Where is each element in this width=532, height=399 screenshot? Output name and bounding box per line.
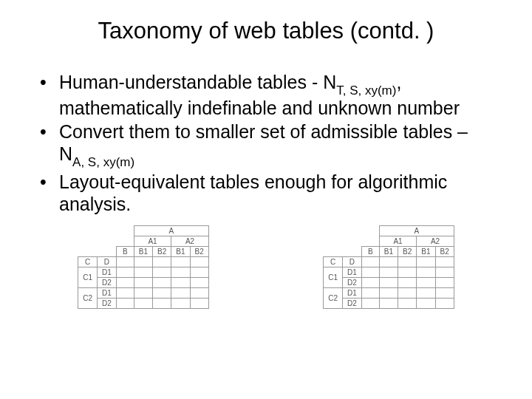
r-head-B1a: B1 — [379, 246, 398, 256]
l-head-B1a: B1 — [134, 246, 152, 256]
l-D1b: D1 — [98, 287, 117, 298]
bullet-2-sub: A, S, xy(m) — [72, 155, 134, 169]
r-D1a: D1 — [343, 267, 362, 277]
l-head-B1b: B1 — [171, 246, 190, 256]
l-side-D: D — [98, 256, 117, 267]
figure-right: A A1 A2 B B1 B2 B1 B2 C D C1 — [281, 225, 497, 309]
l-D2a: D2 — [98, 277, 117, 287]
r-head-A2: A2 — [417, 236, 454, 246]
bullet-1-sub: T, S, xy(m) — [336, 83, 396, 98]
l-head-A1: A1 — [134, 236, 171, 246]
r-side-D: D — [343, 256, 362, 267]
r-D2b: D2 — [343, 298, 362, 308]
r-side-C: C — [324, 256, 343, 267]
l-side-C: C — [78, 256, 98, 267]
r-D1b: D1 — [343, 287, 362, 298]
r-D2a: D2 — [343, 277, 362, 287]
r-head-B: B — [361, 246, 379, 256]
l-C1: C1 — [78, 267, 98, 287]
l-head-A2: A2 — [171, 236, 208, 246]
bullet-list: Human-understandable tables - NT, S, xy(… — [40, 71, 497, 215]
r-head-B2b: B2 — [435, 246, 454, 256]
l-head-B2a: B2 — [153, 246, 171, 256]
table-right: A A1 A2 B B1 B2 B1 B2 C D C1 — [323, 225, 454, 309]
r-head-A: A — [379, 225, 454, 236]
table-left: A A1 A2 B B1 B2 B1 B2 C D C1 — [78, 225, 209, 309]
l-C2: C2 — [78, 287, 98, 308]
r-head-B2a: B2 — [398, 246, 417, 256]
bullet-3: Layout-equivalent tables enough for algo… — [40, 171, 497, 215]
l-D1a: D1 — [98, 267, 117, 277]
figure-left: A A1 A2 B B1 B2 B1 B2 C D C1 — [35, 225, 251, 309]
l-head-B: B — [116, 246, 134, 256]
bullet-2: Convert them to smaller set of admissibl… — [40, 120, 497, 168]
r-head-B1b: B1 — [417, 246, 435, 256]
bullet-3-pre: Layout-equivalent tables enough for algo… — [59, 171, 447, 214]
r-head-A1: A1 — [379, 236, 416, 246]
figures-row: A A1 A2 B B1 B2 B1 B2 C D C1 — [35, 225, 497, 309]
l-head-A: A — [134, 225, 208, 236]
r-C1: C1 — [324, 267, 343, 287]
bullet-1: Human-understandable tables - NT, S, xy(… — [40, 71, 497, 119]
slide-title: Taxonomy of web tables (contd. ) — [35, 18, 497, 44]
bullet-1-pre: Human-understandable tables - N — [59, 72, 336, 92]
l-head-B2b: B2 — [190, 246, 208, 256]
l-D2b: D2 — [98, 298, 117, 308]
r-C2: C2 — [324, 287, 343, 308]
